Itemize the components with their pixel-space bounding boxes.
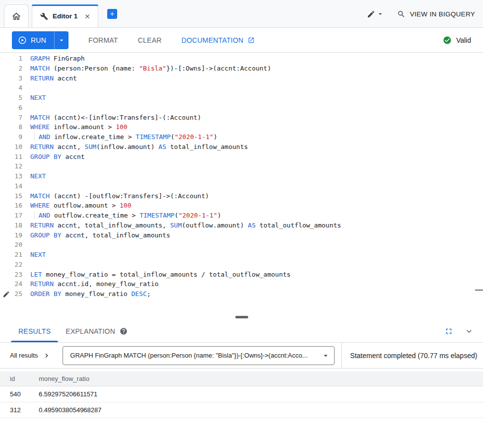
- table-cell: 540: [0, 390, 39, 398]
- statement-status-text: Statement completed (70.77 ms elapsed): [350, 352, 477, 360]
- code-line[interactable]: 17 AND outflow.create_time > TIMESTAMP("…: [0, 211, 483, 221]
- code-text: ORDER BY money_flow_ratio DESC;: [30, 289, 151, 299]
- code-text: GROUP BY accnt, total_inflow_amounts: [30, 230, 170, 240]
- scrollbar-thumb[interactable]: [475, 290, 483, 291]
- code-line[interactable]: 5NEXT: [0, 93, 483, 103]
- code-line[interactable]: 4: [0, 83, 483, 93]
- code-editor[interactable]: 1GRAPH FinGraph2MATCH (person:Person {na…: [0, 53, 483, 314]
- code-line[interactable]: 7MATCH (accnt)<-[inflow:Transfers]-(:Acc…: [0, 113, 483, 123]
- code-line[interactable]: 24RETURN accnt.id, money_flow_ratio: [0, 279, 483, 289]
- code-text: NEXT: [30, 93, 46, 103]
- tab-explanation[interactable]: EXPLANATION: [58, 320, 135, 342]
- magic-wand-button[interactable]: [367, 10, 384, 18]
- format-button[interactable]: FORMAT: [88, 36, 118, 44]
- editor-tab-label: Editor 1: [53, 12, 77, 20]
- line-number: 18: [0, 221, 22, 230]
- code-line[interactable]: 19GROUP BY accnt, total_inflow_amounts: [0, 230, 483, 240]
- line-number: 11: [0, 152, 22, 162]
- tab-home[interactable]: [4, 4, 29, 27]
- results-header-row: idmoney_flow_ratio: [0, 372, 483, 386]
- line-number: 8: [0, 122, 22, 132]
- fullscreen-icon[interactable]: [444, 327, 453, 336]
- code-line[interactable]: 20: [0, 240, 483, 250]
- close-tab-icon[interactable]: [83, 12, 92, 21]
- code-text: GROUP BY accnt: [30, 152, 85, 162]
- line-number: 3: [0, 74, 22, 83]
- tab-bar-actions: VIEW IN BIGQUERY: [367, 0, 475, 28]
- line-number: 1: [0, 54, 22, 64]
- results-panel-actions: [444, 326, 474, 336]
- line-number: 22: [0, 260, 22, 270]
- line-number: 21: [0, 250, 22, 260]
- table-cell: 312: [0, 406, 39, 414]
- code-text: RETURN accnt, SUM(inflow.amount) AS tota…: [30, 142, 248, 152]
- code-line[interactable]: 1GRAPH FinGraph: [0, 54, 483, 64]
- clear-button[interactable]: CLEAR: [138, 36, 162, 44]
- run-button[interactable]: RUN: [12, 31, 54, 49]
- code-line[interactable]: 13NEXT: [0, 171, 483, 181]
- line-number: 17: [0, 211, 22, 221]
- tab-editor-1[interactable]: Editor 1: [32, 4, 98, 27]
- code-line[interactable]: 11GROUP BY accnt: [0, 152, 483, 162]
- table-row: 3120.4959038054968287: [0, 402, 483, 418]
- code-line[interactable]: 12: [0, 161, 483, 171]
- code-line[interactable]: 23LET money_flow_ratio = total_inflow_am…: [0, 270, 483, 280]
- code-text: AND outflow.create_time > TIMESTAMP("202…: [30, 211, 221, 221]
- code-text: MATCH (person:Person {name: "Bisla"})-[:…: [30, 64, 271, 74]
- code-text: LET money_flow_ratio = total_inflow_amou…: [30, 270, 290, 280]
- code-line[interactable]: 8WHERE inflow.amount > 100: [0, 122, 483, 132]
- construction-icon: [40, 12, 48, 20]
- code-line[interactable]: 21NEXT: [0, 250, 483, 260]
- external-link-icon: [248, 37, 255, 44]
- code-line[interactable]: 25ORDER BY money_flow_ratio DESC;: [0, 289, 483, 299]
- view-in-bigquery-button[interactable]: VIEW IN BIGQUERY: [397, 10, 475, 18]
- code-text: RETURN accnt, total_inflow_amounts, SUM(…: [30, 221, 341, 230]
- statement-status: Statement completed (70.77 ms elapsed): [342, 343, 483, 368]
- all-results-button[interactable]: All results: [10, 352, 51, 360]
- code-line[interactable]: 10RETURN accnt, SUM(inflow.amount) AS to…: [0, 142, 483, 152]
- line-number: 16: [0, 201, 22, 211]
- line-number: 13: [0, 171, 22, 181]
- gemini-edit-icon[interactable]: [2, 291, 10, 298]
- line-number: 4: [0, 83, 22, 93]
- code-line[interactable]: 2MATCH (person:Person {name: "Bisla"})-[…: [0, 64, 483, 74]
- code-line[interactable]: 16WHERE outflow.amount > 100: [0, 201, 483, 211]
- tab-bar: Editor 1: [0, 0, 483, 28]
- code-line[interactable]: 6: [0, 103, 483, 113]
- caret-down-icon: [58, 36, 66, 44]
- collapse-chevron-icon[interactable]: [464, 326, 474, 336]
- code-text: WHERE outflow.amount > 100: [30, 201, 132, 211]
- panel-splitter: [0, 314, 483, 320]
- table-cell: 0.4959038054968287: [39, 406, 483, 414]
- line-number: 12: [0, 161, 22, 171]
- code-line[interactable]: 18RETURN accnt, total_inflow_amounts, SU…: [0, 221, 483, 230]
- code-text: RETURN accnt.id, money_flow_ratio: [30, 279, 158, 289]
- code-text: GRAPH FinGraph: [30, 54, 85, 64]
- code-line[interactable]: 22: [0, 260, 483, 270]
- code-text: AND inflow.create_time > TIMESTAMP("2020…: [30, 132, 217, 142]
- explanation-tab-label: EXPLANATION: [66, 327, 115, 335]
- tab-results[interactable]: RESULTS: [11, 320, 58, 342]
- line-number: 10: [0, 142, 22, 152]
- code-line[interactable]: 3RETURN accnt: [0, 74, 483, 83]
- line-number: 14: [0, 181, 22, 191]
- add-tab-button[interactable]: [107, 9, 117, 19]
- results-toolbar: All results GRAPH FinGraph MATCH (person…: [0, 343, 483, 369]
- code-text: MATCH (accnt) -[outflow:Transfers]->(:Ac…: [30, 191, 209, 201]
- code-line[interactable]: 14: [0, 181, 483, 191]
- results-rows: 5406.5929752066115713120.495903805496828…: [0, 386, 483, 418]
- statement-dropdown-value: GRAPH FinGraph MATCH (person:Person {nam…: [70, 352, 321, 359]
- line-number: 23: [0, 270, 22, 280]
- magic-wand-icon: [367, 10, 375, 18]
- documentation-button[interactable]: DOCUMENTATION: [182, 36, 255, 44]
- code-line[interactable]: 15MATCH (accnt) -[outflow:Transfers]->(:…: [0, 191, 483, 201]
- code-text: WHERE inflow.amount > 100: [30, 122, 128, 132]
- code-line[interactable]: 9 AND inflow.create_time > TIMESTAMP("20…: [0, 132, 483, 142]
- line-number: 2: [0, 64, 22, 74]
- line-number: 20: [0, 240, 22, 250]
- dropdown-caret-icon: [321, 351, 330, 360]
- statement-dropdown[interactable]: GRAPH FinGraph MATCH (person:Person {nam…: [63, 346, 335, 365]
- run-options-button[interactable]: [54, 31, 69, 49]
- bigquery-editor-app: Editor 1: [0, 0, 483, 418]
- drag-handle[interactable]: [235, 316, 248, 318]
